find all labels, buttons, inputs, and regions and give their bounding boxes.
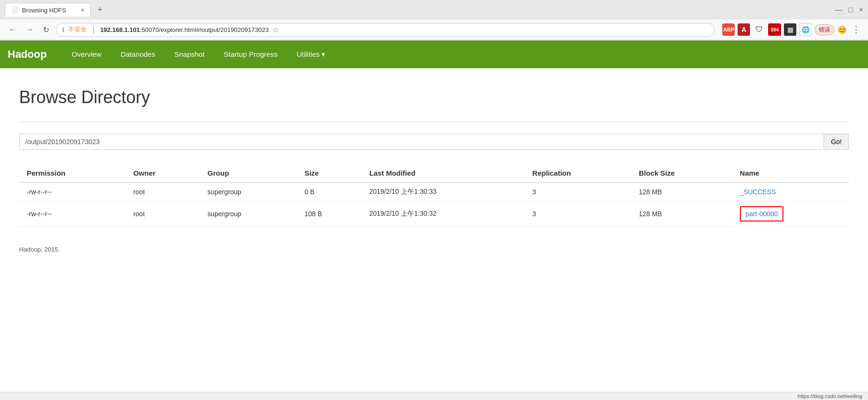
nav-overview[interactable]: Overview <box>62 42 111 67</box>
cell-owner: root <box>126 201 200 227</box>
lock-icon: ℹ <box>62 26 64 33</box>
tab-title: Browsing HDFS <box>22 7 66 14</box>
browser-tab[interactable]: 📄 Browsing HDFS × <box>5 3 91 17</box>
cell-block-size: 128 MB <box>631 182 732 201</box>
nav-utilities[interactable]: Utilities ▾ <box>287 42 335 67</box>
col-name: Name <box>732 164 849 182</box>
url-path: :50070/explorer.html#/output/20190209173… <box>140 26 269 33</box>
title-bar: 📄 Browsing HDFS × + — □ × <box>0 0 868 20</box>
url-host: 192.168.1.101:50070/explorer.html#/outpu… <box>100 26 269 33</box>
col-block-size: Block Size <box>631 164 732 182</box>
url-insecure-label: 不安全 <box>68 25 87 34</box>
qr-extension[interactable]: ▦ <box>784 23 796 36</box>
cell-permission: -rw-r--r-- <box>19 182 126 201</box>
adblock-extension[interactable]: ABP <box>722 23 735 36</box>
browser-extensions: ABP A 🛡 894 ▦ 🌐 错误 😊 ⋮ <box>722 22 862 37</box>
col-permission: Permission <box>19 164 126 182</box>
table-row: -rw-r--r--rootsupergroup0 B2019/2/10 上午1… <box>19 182 849 201</box>
col-group: Group <box>200 164 297 182</box>
url-separator: | <box>93 26 95 33</box>
cell-name: part-00000 <box>732 201 849 227</box>
cell-block-size: 128 MB <box>631 201 732 227</box>
file-link[interactable]: part-00000 <box>740 206 784 221</box>
emoji-extension[interactable]: 😊 <box>837 25 847 34</box>
tab-close-button[interactable]: × <box>81 6 85 14</box>
hadoop-nav: Hadoop Overview Datanodes Snapshot Start… <box>0 41 868 68</box>
cell-group: supergroup <box>200 182 297 201</box>
col-owner: Owner <box>126 164 200 182</box>
cell-last-modified: 2019/2/10 上午1:30:32 <box>362 201 525 227</box>
cell-permission: -rw-r--r-- <box>19 201 126 227</box>
url-main: 192.168.1.101 <box>100 26 140 33</box>
refresh-button[interactable]: ↻ <box>40 23 52 36</box>
google-icon: 🌐 <box>802 26 810 33</box>
back-button[interactable]: ← <box>6 23 19 36</box>
file-table: Permission Owner Group Size Last Modifie… <box>19 164 849 227</box>
browser-nav-bar: ← → ↻ ℹ 不安全 | 192.168.1.101:50070/explor… <box>0 20 868 40</box>
browser-chrome: 📄 Browsing HDFS × + — □ × ← → ↻ ℹ 不安全 | … <box>0 0 868 41</box>
col-size: Size <box>297 164 361 182</box>
cell-size: 108 B <box>297 201 361 227</box>
path-input[interactable] <box>19 134 824 150</box>
main-content: Browse Directory Go! Permission Owner Gr… <box>0 68 868 267</box>
col-last-modified: Last Modified <box>362 164 525 182</box>
tab-page-icon: 📄 <box>11 7 18 13</box>
cell-last-modified: 2019/2/10 上午1:30:33 <box>362 182 525 201</box>
gmail-counter-badge[interactable]: 894 <box>768 23 781 36</box>
nav-snapshot[interactable]: Snapshot <box>165 42 214 67</box>
path-form: Go! <box>19 134 849 150</box>
footer: Hadoop, 2015. <box>19 246 849 253</box>
footer-text: Hadoop, 2015. <box>19 246 60 253</box>
cell-replication: 3 <box>525 201 631 227</box>
hadoop-logo[interactable]: Hadoop <box>8 48 47 61</box>
new-tab-button[interactable]: + <box>95 5 106 15</box>
go-button[interactable]: Go! <box>824 134 849 150</box>
col-replication: Replication <box>525 164 631 182</box>
pdf-extension[interactable]: A <box>738 23 750 36</box>
minimize-button[interactable]: — <box>835 6 843 14</box>
forward-button[interactable]: → <box>23 23 36 36</box>
nav-startup-progress[interactable]: Startup Progress <box>214 42 287 67</box>
window-controls: — □ × <box>835 6 863 14</box>
google-extension[interactable]: 🌐 <box>799 23 812 36</box>
nav-datanodes[interactable]: Datanodes <box>111 42 165 67</box>
table-row: -rw-r--r--rootsupergroup108 B2019/2/10 上… <box>19 201 849 227</box>
browser-menu-button[interactable]: ⋮ <box>850 22 862 37</box>
error-extension[interactable]: 错误 <box>814 24 835 35</box>
shield-icon: 🛡 <box>755 25 763 34</box>
close-button[interactable]: × <box>859 6 863 14</box>
shield-extension[interactable]: 🛡 <box>753 23 765 36</box>
cell-size: 0 B <box>297 182 361 201</box>
qr-icon: ▦ <box>787 26 793 33</box>
table-header-row: Permission Owner Group Size Last Modifie… <box>19 164 849 182</box>
cell-replication: 3 <box>525 182 631 201</box>
page-title: Browse Directory <box>19 87 849 107</box>
bookmark-star-icon[interactable]: ☆ <box>272 25 279 34</box>
url-bar[interactable]: ℹ 不安全 | 192.168.1.101:50070/explorer.htm… <box>56 23 715 37</box>
divider <box>19 122 849 122</box>
cell-owner: root <box>126 182 200 201</box>
cell-group: supergroup <box>200 201 297 227</box>
maximize-button[interactable]: □ <box>848 6 853 14</box>
nav-items: Overview Datanodes Snapshot Startup Prog… <box>62 42 335 67</box>
cell-name: _SUCCESS <box>732 182 849 201</box>
file-link[interactable]: _SUCCESS <box>740 188 776 196</box>
